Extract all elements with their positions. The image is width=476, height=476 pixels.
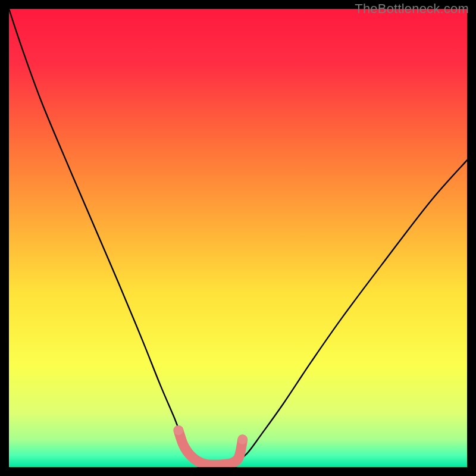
plot-area	[9, 9, 467, 467]
optimal-range-dot-right	[238, 435, 248, 444]
optimal-range-dot-left	[174, 425, 183, 435]
watermark-text: TheBottleneck.com	[355, 1, 469, 17]
chart-stage: TheBottleneck.com	[0, 0, 476, 476]
gradient-background	[9, 9, 467, 467]
chart-svg	[9, 9, 467, 467]
